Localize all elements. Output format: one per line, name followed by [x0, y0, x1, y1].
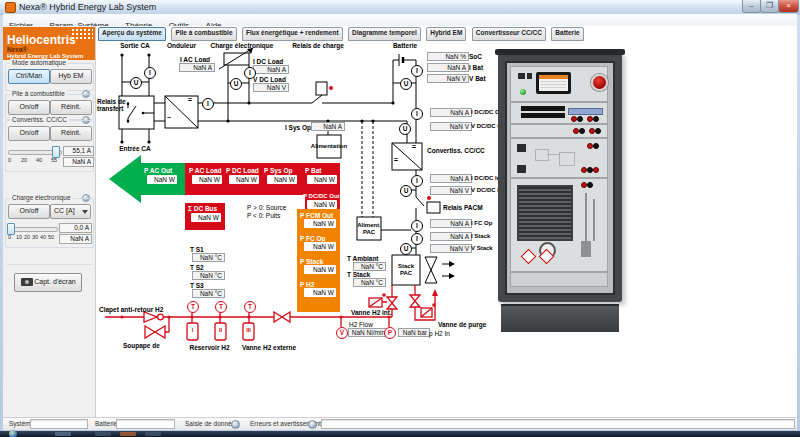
t-ambiant-label: T Ambiant	[347, 255, 379, 262]
banana-jack-black	[579, 128, 585, 134]
load-on-button[interactable]: On/off	[8, 204, 50, 219]
v-stack-label: V Stack	[471, 245, 493, 251]
banana-jack-red	[593, 167, 599, 173]
banana-jack-black	[577, 116, 583, 122]
t-s2-label: T S2	[190, 264, 204, 271]
rack-touchscreen	[536, 72, 571, 94]
tab-diagramme-temporel[interactable]: Diagramme temporel	[348, 27, 421, 41]
tank-2-numeral: II	[215, 327, 226, 333]
soc-value: NaN %	[427, 52, 469, 61]
converter-reset-button[interactable]: Réinit.	[50, 126, 92, 141]
rack-vent-grille	[517, 185, 573, 241]
title-bar[interactable]: Nexa® Hybrid Energy Lab System – ❐ ×	[0, 0, 800, 15]
p-dcdc-out-label: P DC/DC Out	[303, 193, 340, 199]
close-button[interactable]: ×	[778, 0, 799, 13]
app-window: Nexa® Hybrid Energy Lab System – ❐ × Fic…	[0, 0, 800, 431]
sigma-dc-bus-value: NaN W	[191, 213, 221, 222]
p-stack-label: P Stack	[300, 258, 323, 265]
data-logging-led-icon	[231, 420, 240, 429]
hazard-diamond-icon	[521, 249, 537, 265]
screenshot-label: Capt. d'écran	[34, 278, 75, 285]
p-ac-load-label: P AC Load	[189, 167, 222, 174]
start-orb-icon[interactable]	[9, 430, 17, 437]
i-dc-load-label: I DC Load	[253, 58, 283, 65]
tank-1-numeral: I	[187, 327, 198, 333]
converter-on-button[interactable]: On/off	[8, 126, 50, 141]
p-bat-value: NaN W	[307, 175, 337, 184]
onduleur-label: Onduleur	[159, 42, 204, 49]
load-tick: 10	[16, 234, 22, 240]
tab-convertisseur-cccc[interactable]: Convertisseur CC/CC	[472, 27, 546, 41]
taskbar-app-icon[interactable]	[120, 432, 136, 436]
tab-apercu-du-systeme[interactable]: Aperçu du système	[98, 27, 166, 41]
tab-batterie[interactable]: Batterie	[551, 27, 583, 41]
product-name: Nexa®	[7, 46, 27, 53]
entree-ca-label: Entrée CA	[111, 145, 159, 152]
load-mode-select[interactable]: CC [A]	[50, 204, 91, 219]
ammeter-icon: I	[411, 233, 423, 245]
group-title-converter: Convertiss. CC/CC	[10, 116, 69, 123]
fuel-cell-on-button[interactable]: On/off	[8, 100, 50, 115]
convertiss-label: Convertiss. CC/CC	[427, 147, 485, 154]
load-tick: 30	[32, 234, 38, 240]
t-s3-label: T S3	[190, 282, 204, 289]
rack-fitting	[581, 241, 591, 257]
taskbar-app-icon[interactable]	[55, 432, 71, 436]
relais-de-charge-label: Relais de charge	[285, 42, 351, 49]
rack-schematic	[535, 149, 549, 161]
tab-pile-a-combustible[interactable]: Pile à combustible	[171, 27, 236, 41]
i-dcdc-in-label: I DC/DC In	[471, 175, 500, 181]
sigma-dc-bus-label: Σ DC Bus	[188, 205, 217, 212]
load-setpoint: 0,0 A	[59, 223, 92, 233]
hyb-em-button[interactable]: Hyb EM	[50, 69, 92, 84]
p-sys-op-value: NaN W	[267, 175, 297, 184]
i-stack-value: NaN A	[430, 232, 472, 241]
minimize-button[interactable]: –	[742, 0, 761, 13]
tab-hybrid-em[interactable]: Hybrid EM	[426, 27, 466, 41]
status-bar: Système Batterie Saisie de données Erreu…	[3, 417, 797, 430]
p-ac-out-value: NaN W	[147, 175, 177, 184]
camera-icon	[21, 278, 33, 286]
load-slider[interactable]	[8, 227, 58, 232]
screenshot-button[interactable]: Capt. d'écran	[14, 273, 82, 292]
emergency-stop-icon	[591, 74, 608, 91]
v-stack-value: NaN V	[430, 244, 472, 253]
ammeter-icon: I	[411, 65, 423, 77]
ac-symbol-icon: ~	[167, 114, 171, 121]
converter-actual: NaN A	[63, 157, 94, 167]
tab-flux-energetique[interactable]: Flux énergétique + rendement	[242, 27, 343, 41]
p-fc-op-label: P FC Op	[300, 235, 326, 242]
p-h2-value: NaN W	[304, 288, 336, 297]
errors-led-icon	[308, 420, 317, 429]
rack-vent-strip	[521, 113, 565, 118]
taskbar-app-icon[interactable]	[145, 432, 161, 436]
dc-symbol-icon: =	[394, 156, 398, 163]
ammeter-icon: I	[411, 108, 423, 120]
maximize-button[interactable]: ❐	[760, 0, 779, 13]
soupape-label: Soupape de	[123, 342, 160, 349]
taskbar-app-icon[interactable]	[95, 432, 111, 436]
group-title-load: Charge électronique	[10, 194, 73, 201]
h2-flow-value: NaN Nl/min	[348, 328, 388, 337]
app-icon	[5, 2, 16, 13]
i-sys-op-label: I Sys Op	[285, 124, 311, 131]
equipment-rack-photo	[498, 52, 622, 302]
i-dc-load-value: NaN A	[253, 65, 289, 74]
voltmeter-icon: U	[399, 123, 411, 135]
converter-setpoint: 55,1 A	[63, 146, 94, 156]
sortie-ca-label: Sortie CA	[111, 42, 159, 49]
group-title-fuel-cell: Pile à combustible	[10, 90, 67, 97]
p-fcm-out-value: NaN W	[304, 219, 336, 228]
fuel-cell-reset-button[interactable]: Réinit.	[50, 100, 92, 115]
load-actual: NaN A	[59, 234, 92, 244]
windows-taskbar[interactable]	[0, 431, 800, 437]
brand-name: Heliocentris	[7, 33, 76, 47]
ctrl-man-button[interactable]: Ctrl/Man	[8, 69, 50, 84]
banana-jack-black	[595, 128, 601, 134]
t-stack-value: NaN °C	[353, 278, 386, 287]
t-s2-value: NaN °C	[192, 271, 225, 280]
group-title-mode: Mode automatique	[10, 59, 68, 66]
desktop-screen: Nexa® Hybrid Energy Lab System – ❐ × Fic…	[0, 0, 800, 437]
i-bat-label: I Bat	[469, 64, 483, 71]
t-s3-value: NaN °C	[192, 289, 225, 298]
